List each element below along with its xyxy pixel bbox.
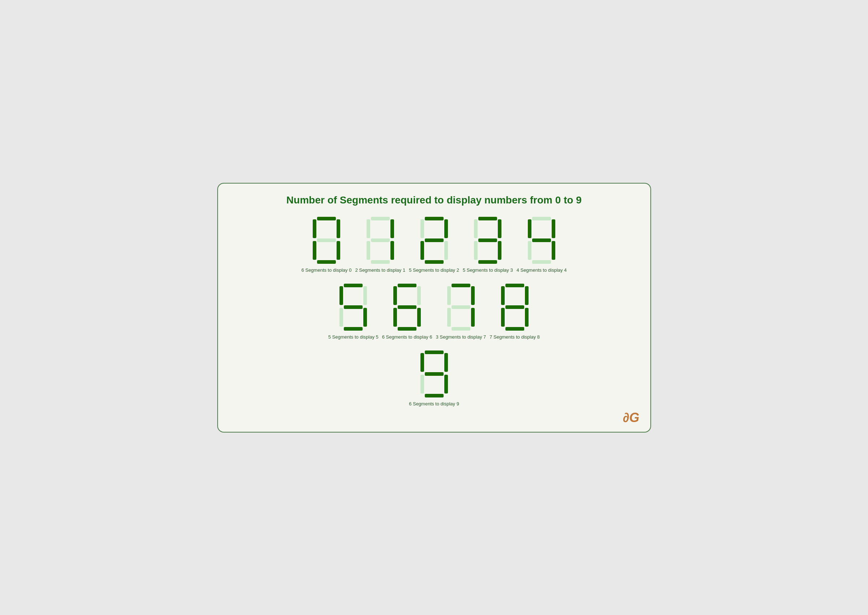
seg-display-0 (312, 217, 341, 264)
seg-top-9 (425, 351, 444, 354)
seg-display-3 (473, 217, 502, 264)
seg-tr-7 (471, 286, 475, 305)
seg-display-7 (446, 284, 475, 331)
seg-tl-0 (313, 219, 316, 238)
seg-mid-0 (317, 239, 336, 242)
digit-2: 5 Segments to display 2 (409, 217, 459, 273)
seg-mid-8 (505, 305, 524, 309)
digit-9: 6 Segments to display 9 (409, 351, 459, 406)
seg-tl-3 (474, 219, 477, 238)
seg-top-0 (317, 217, 336, 220)
seg-bot-7 (452, 327, 470, 331)
seg-mid-2 (425, 239, 444, 242)
seg-tl-4 (528, 219, 532, 238)
seg-top-3 (478, 217, 497, 220)
seg-mid-1 (371, 239, 390, 242)
seg-tr-1 (391, 219, 394, 238)
logo: ∂G (623, 410, 640, 425)
digit-label-6: 6 Segments to display 6 (382, 334, 432, 340)
seg-bot-3 (478, 260, 497, 264)
digit-3: 5 Segments to display 3 (463, 217, 513, 273)
row-1: 6 Segments to display 02 Segments to dis… (233, 217, 636, 273)
digit-8: 7 Segments to display 8 (490, 284, 540, 340)
seg-tl-1 (367, 219, 370, 238)
seg-tl-7 (447, 286, 451, 305)
seg-bot-0 (317, 260, 336, 264)
seg-br-4 (552, 241, 555, 260)
seg-br-9 (444, 375, 448, 393)
seg-tr-0 (336, 219, 340, 238)
seg-br-0 (336, 241, 340, 260)
seg-mid-9 (425, 372, 444, 376)
seg-br-1 (391, 241, 394, 260)
seg-bl-3 (474, 241, 477, 260)
seg-br-7 (471, 308, 475, 327)
seg-bot-5 (344, 327, 363, 331)
seg-top-6 (398, 284, 416, 287)
seg-bot-6 (398, 327, 416, 331)
digit-label-7: 3 Segments to display 7 (436, 334, 486, 340)
seg-display-5 (339, 284, 368, 331)
seg-tr-4 (552, 219, 555, 238)
row-2: 5 Segments to display 56 Segments to dis… (233, 284, 636, 340)
seg-bot-1 (371, 260, 390, 264)
seg-mid-7 (452, 305, 470, 309)
seg-br-6 (417, 308, 421, 327)
seg-top-4 (532, 217, 551, 220)
seg-display-1 (366, 217, 395, 264)
digit-label-5: 5 Segments to display 5 (328, 334, 378, 340)
seg-tr-5 (363, 286, 367, 305)
seg-top-7 (452, 284, 470, 287)
digit-5: 5 Segments to display 5 (328, 284, 378, 340)
seg-bl-9 (421, 375, 424, 393)
seg-mid-6 (398, 305, 416, 309)
seg-mid-3 (478, 239, 497, 242)
seg-display-9 (420, 351, 449, 398)
seg-bot-2 (425, 260, 444, 264)
seg-tr-8 (525, 286, 529, 305)
digit-label-9: 6 Segments to display 9 (409, 401, 459, 406)
digit-label-4: 4 Segments to display 4 (517, 267, 567, 273)
seg-tl-6 (393, 286, 397, 305)
digit-7: 3 Segments to display 7 (436, 284, 486, 340)
seg-top-8 (505, 284, 524, 287)
seg-top-1 (371, 217, 390, 220)
seg-tr-2 (444, 219, 448, 238)
seg-br-8 (525, 308, 529, 327)
seg-display-2 (420, 217, 449, 264)
seg-bl-6 (393, 308, 397, 327)
seg-bl-8 (501, 308, 505, 327)
seg-display-6 (393, 284, 422, 331)
digit-0: 6 Segments to display 0 (302, 217, 352, 273)
seg-tl-5 (339, 286, 343, 305)
digit-1: 2 Segments to display 1 (355, 217, 405, 273)
seg-mid-4 (532, 239, 551, 242)
seg-tr-3 (498, 219, 501, 238)
digit-label-2: 5 Segments to display 2 (409, 267, 459, 273)
seg-bl-2 (421, 241, 424, 260)
seg-br-3 (498, 241, 501, 260)
seg-tr-6 (417, 286, 421, 305)
seg-bl-4 (528, 241, 532, 260)
seg-display-8 (500, 284, 529, 331)
digit-label-1: 2 Segments to display 1 (355, 267, 405, 273)
seg-tl-9 (421, 353, 424, 372)
digit-label-3: 5 Segments to display 3 (463, 267, 513, 273)
main-card: Number of Segments required to display n… (217, 183, 651, 432)
seg-bot-9 (425, 394, 444, 398)
seg-top-2 (425, 217, 444, 220)
page-title: Number of Segments required to display n… (233, 194, 636, 206)
seg-br-2 (444, 241, 448, 260)
digit-label-8: 7 Segments to display 8 (490, 334, 540, 340)
digit-label-0: 6 Segments to display 0 (302, 267, 352, 273)
seg-tr-9 (444, 353, 448, 372)
row-3: 6 Segments to display 9 (233, 351, 636, 406)
seg-bl-0 (313, 241, 316, 260)
seg-bot-8 (505, 327, 524, 331)
seg-bl-5 (339, 308, 343, 327)
seg-top-5 (344, 284, 363, 287)
seg-mid-5 (344, 305, 363, 309)
seg-display-4 (527, 217, 556, 264)
seg-tl-8 (501, 286, 505, 305)
digit-6: 6 Segments to display 6 (382, 284, 432, 340)
